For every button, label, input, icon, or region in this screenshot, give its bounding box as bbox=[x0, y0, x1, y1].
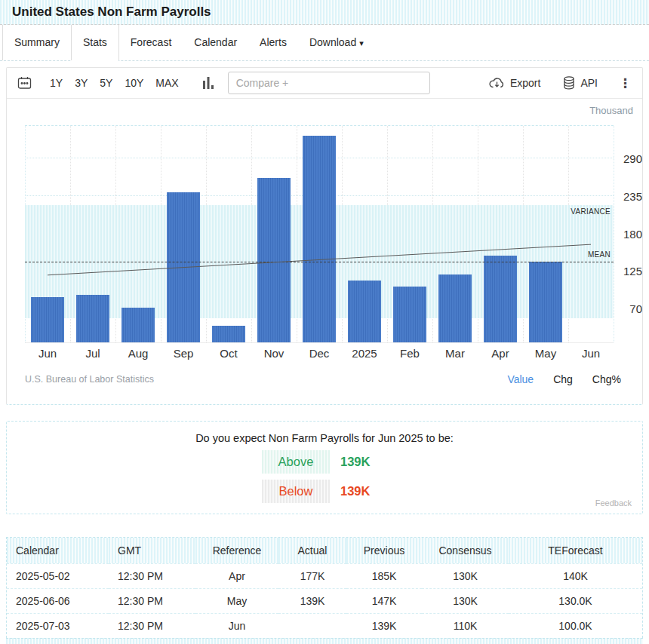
col-actual: Actual bbox=[278, 538, 346, 563]
range-5y-button[interactable]: 5Y bbox=[94, 74, 118, 92]
poll-below-button[interactable]: Below bbox=[262, 480, 330, 503]
x-label-Dec: Dec bbox=[309, 347, 330, 360]
y-axis-unit-label: Thousand bbox=[589, 105, 633, 116]
plot-area: VARIANCE MEAN bbox=[25, 125, 614, 343]
next-section-strip bbox=[6, 638, 643, 644]
col-reference: Reference bbox=[195, 538, 278, 563]
poll-question: Do you expect Non Farm Payrolls for Jun … bbox=[7, 432, 642, 444]
poll-box: Do you expect Non Farm Payrolls for Jun … bbox=[6, 421, 643, 514]
source-attribution: U.S. Bureau of Labor Statistics bbox=[25, 374, 154, 385]
x-label-2025: 2025 bbox=[352, 347, 377, 360]
mode-chg-button[interactable]: Chg bbox=[553, 373, 573, 385]
tab-alerts[interactable]: Alerts bbox=[248, 25, 298, 60]
tab-summary[interactable]: Summary bbox=[2, 25, 72, 60]
cell-teforecast: 130.0K bbox=[509, 588, 642, 613]
range-1y-button[interactable]: 1Y bbox=[44, 74, 69, 92]
cell-consensus: 130K bbox=[422, 588, 509, 613]
caret-down-icon: ▾ bbox=[359, 38, 364, 48]
range-max-button[interactable]: MAX bbox=[149, 74, 184, 92]
export-button[interactable]: Export bbox=[489, 77, 540, 89]
tab-download[interactable]: Download▾ bbox=[298, 25, 375, 60]
tab-bar: Summary Stats Forecast Calendar Alerts D… bbox=[0, 25, 649, 61]
x-label-Apr: Apr bbox=[491, 347, 509, 360]
cell-previous: 147K bbox=[346, 588, 422, 613]
col-calendar: Calendar bbox=[7, 538, 109, 563]
export-label: Export bbox=[510, 77, 540, 89]
x-label-Jul: Jul bbox=[85, 347, 100, 360]
table-row: 2025-05-02 12:30 PM Apr 177K 185K 130K 1… bbox=[7, 563, 642, 588]
table-row: 2025-06-06 12:30 PM May 139K 147K 130K 1… bbox=[7, 588, 642, 613]
x-label-Nov: Nov bbox=[264, 347, 285, 360]
y-tick-180: 180 bbox=[623, 228, 642, 241]
cloud-download-icon bbox=[489, 77, 505, 89]
x-label-Jun: Jun bbox=[582, 347, 600, 360]
col-consensus: Consensus bbox=[422, 538, 509, 563]
col-teforecast: TEForecast bbox=[509, 538, 642, 563]
x-label-Aug: Aug bbox=[128, 347, 149, 360]
cell-date: 2025-07-03 bbox=[7, 613, 109, 638]
tab-calendar[interactable]: Calendar bbox=[183, 25, 248, 60]
bar-chart-icon[interactable] bbox=[203, 77, 214, 89]
cell-actual: 139K bbox=[278, 588, 346, 613]
cell-consensus: 110K bbox=[422, 613, 509, 638]
y-tick-125: 125 bbox=[623, 265, 642, 278]
tab-forecast[interactable]: Forecast bbox=[119, 25, 183, 60]
y-tick-70: 70 bbox=[629, 302, 642, 315]
cell-actual: 177K bbox=[278, 563, 346, 588]
cell-consensus: 130K bbox=[422, 563, 509, 588]
cell-reference: May bbox=[195, 588, 278, 613]
mode-value-button[interactable]: Value bbox=[507, 373, 534, 385]
trend-line bbox=[25, 126, 614, 344]
database-icon bbox=[563, 76, 575, 90]
cell-reference: Apr bbox=[195, 563, 278, 588]
cell-date: 2025-06-06 bbox=[7, 588, 109, 613]
cell-previous: 185K bbox=[346, 563, 422, 588]
mode-chgpct-button[interactable]: Chg% bbox=[592, 373, 621, 385]
cell-previous: 139K bbox=[346, 613, 422, 638]
chart-toolbar: 1Y 3Y 5Y 10Y MAX Export bbox=[7, 68, 642, 99]
stats-panel: 1Y 3Y 5Y 10Y MAX Export bbox=[6, 67, 643, 405]
compare-input[interactable] bbox=[228, 72, 430, 94]
chart: Thousand VARIANCE MEAN 70125180235290 Ju… bbox=[7, 99, 642, 403]
chart-footer: U.S. Bureau of Labor Statistics Value Ch… bbox=[25, 371, 621, 388]
cell-gmt: 12:30 PM bbox=[109, 563, 195, 588]
x-axis: JunJulAugSepOctNovDec2025FebMarAprMayJun bbox=[25, 347, 614, 362]
kebab-menu-icon[interactable]: ⋮ bbox=[619, 77, 632, 90]
poll-above-value: 139K bbox=[340, 455, 387, 469]
api-label: API bbox=[580, 77, 598, 89]
x-label-Sep: Sep bbox=[174, 347, 194, 360]
api-button[interactable]: API bbox=[563, 76, 598, 90]
x-label-May: May bbox=[535, 347, 556, 360]
cell-actual bbox=[278, 613, 346, 638]
tab-download-label: Download bbox=[309, 36, 356, 48]
x-label-Oct: Oct bbox=[220, 347, 237, 360]
calendar-icon[interactable] bbox=[17, 76, 32, 90]
y-tick-290: 290 bbox=[623, 152, 642, 165]
table-header-row: Calendar GMT Reference Actual Previous C… bbox=[7, 538, 642, 563]
tab-stats[interactable]: Stats bbox=[72, 25, 119, 60]
cell-gmt: 12:30 PM bbox=[109, 613, 195, 638]
poll-below-value: 139K bbox=[340, 484, 387, 498]
mean-label: MEAN bbox=[588, 250, 611, 259]
x-label-Jun: Jun bbox=[38, 347, 57, 360]
y-axis: 70125180235290 bbox=[617, 125, 642, 343]
cell-teforecast: 100.0K bbox=[509, 613, 642, 638]
x-label-Feb: Feb bbox=[400, 347, 420, 360]
range-3y-button[interactable]: 3Y bbox=[69, 74, 94, 92]
poll-above-button[interactable]: Above bbox=[262, 450, 330, 474]
cell-date: 2025-05-02 bbox=[7, 563, 109, 588]
col-previous: Previous bbox=[346, 538, 422, 563]
y-tick-235: 235 bbox=[623, 190, 642, 203]
x-label-Mar: Mar bbox=[445, 347, 465, 360]
calendar-table: Calendar GMT Reference Actual Previous C… bbox=[6, 537, 643, 638]
cell-teforecast: 140K bbox=[509, 563, 642, 588]
table-row: 2025-07-03 12:30 PM Jun 139K 110K 100.0K bbox=[7, 613, 642, 638]
cell-reference: Jun bbox=[195, 613, 278, 638]
cell-gmt: 12:30 PM bbox=[109, 588, 195, 613]
page-title: United States Non Farm Payrolls bbox=[0, 0, 649, 25]
feedback-link[interactable]: Feedback bbox=[595, 498, 632, 508]
col-gmt: GMT bbox=[109, 538, 195, 563]
gridline-x bbox=[614, 126, 614, 342]
range-10y-button[interactable]: 10Y bbox=[118, 74, 149, 92]
